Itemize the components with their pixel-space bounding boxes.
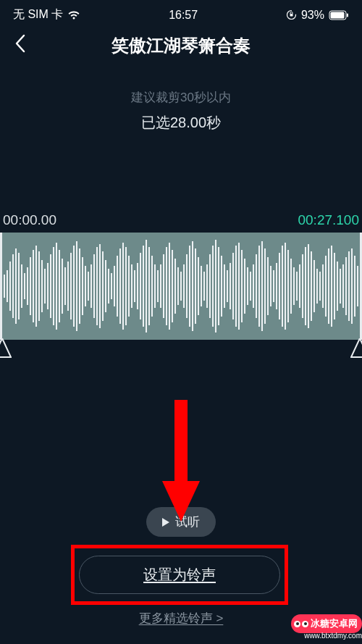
svg-rect-76 xyxy=(209,254,211,318)
set-ringtone-button[interactable]: 设置为铃声 xyxy=(79,556,280,594)
svg-rect-37 xyxy=(96,247,98,325)
svg-rect-3 xyxy=(330,12,344,18)
svg-rect-6 xyxy=(7,270,8,302)
svg-rect-22 xyxy=(53,247,54,325)
svg-rect-105 xyxy=(293,267,295,305)
back-button[interactable] xyxy=(14,34,26,58)
svg-rect-31 xyxy=(79,248,80,324)
svg-rect-118 xyxy=(331,246,332,327)
svg-rect-47 xyxy=(125,247,127,325)
duration-info: 建议裁剪30秒以内 已选28.00秒 xyxy=(0,89,362,133)
wifi-icon xyxy=(67,10,80,20)
svg-rect-49 xyxy=(131,264,132,308)
svg-rect-70 xyxy=(192,241,193,331)
more-ringtones-link[interactable]: 更多精选铃声 > xyxy=(139,610,224,627)
svg-rect-9 xyxy=(15,248,17,324)
svg-rect-51 xyxy=(137,263,138,309)
svg-rect-96 xyxy=(267,257,269,315)
svg-rect-59 xyxy=(160,264,161,308)
waveform-icon xyxy=(2,233,360,340)
svg-rect-11 xyxy=(21,264,22,308)
svg-rect-78 xyxy=(215,240,216,333)
svg-rect-107 xyxy=(299,264,300,308)
svg-rect-85 xyxy=(235,246,237,327)
svg-rect-56 xyxy=(151,256,153,317)
trim-handle-right[interactable] xyxy=(350,338,362,360)
svg-rect-21 xyxy=(50,254,51,318)
svg-rect-121 xyxy=(340,269,341,304)
svg-rect-123 xyxy=(345,257,347,315)
svg-rect-79 xyxy=(218,247,219,325)
svg-rect-88 xyxy=(244,259,245,314)
waveform-editor: 00:00.00 00:27.100 xyxy=(0,212,362,340)
page-title: 笑傲江湖琴箫合奏 xyxy=(14,34,348,57)
waveform-track[interactable] xyxy=(0,233,362,340)
svg-rect-16 xyxy=(35,246,37,327)
svg-rect-29 xyxy=(73,246,75,327)
svg-rect-48 xyxy=(128,256,130,317)
svg-rect-18 xyxy=(41,260,43,312)
selected-duration: 已选28.00秒 xyxy=(0,113,362,133)
svg-rect-125 xyxy=(351,248,353,324)
svg-rect-26 xyxy=(64,267,66,305)
svg-rect-120 xyxy=(337,262,338,311)
svg-rect-75 xyxy=(206,264,208,308)
svg-rect-28 xyxy=(70,253,72,319)
svg-rect-61 xyxy=(166,247,167,325)
set-ringtone-label: 设置为铃声 xyxy=(143,566,216,582)
svg-rect-113 xyxy=(316,269,318,304)
status-right: 93% xyxy=(286,9,349,22)
svg-rect-24 xyxy=(59,250,60,322)
svg-rect-108 xyxy=(302,254,303,318)
trim-handle-left[interactable] xyxy=(0,338,12,360)
svg-rect-10 xyxy=(18,253,20,319)
svg-rect-36 xyxy=(93,254,95,318)
time-labels: 00:00.00 00:27.100 xyxy=(0,212,362,228)
svg-rect-81 xyxy=(224,264,225,308)
svg-rect-63 xyxy=(172,250,173,322)
svg-rect-50 xyxy=(134,270,135,302)
svg-rect-122 xyxy=(342,264,344,308)
svg-rect-62 xyxy=(169,243,170,330)
svg-rect-115 xyxy=(322,264,324,308)
svg-rect-8 xyxy=(12,254,14,318)
svg-rect-35 xyxy=(90,264,92,308)
svg-rect-95 xyxy=(264,248,266,324)
svg-rect-23 xyxy=(56,243,57,330)
svg-rect-111 xyxy=(311,251,312,321)
svg-rect-128 xyxy=(174,400,188,485)
status-bar: 无 SIM 卡 16:57 93% xyxy=(0,0,362,27)
svg-rect-126 xyxy=(354,256,355,317)
svg-rect-97 xyxy=(270,266,272,306)
svg-rect-33 xyxy=(85,266,86,306)
svg-rect-13 xyxy=(27,267,28,305)
svg-rect-86 xyxy=(238,243,240,330)
svg-rect-14 xyxy=(30,257,31,315)
svg-rect-106 xyxy=(296,272,298,301)
svg-rect-58 xyxy=(157,270,159,302)
svg-rect-77 xyxy=(212,246,214,327)
svg-rect-5 xyxy=(4,275,5,298)
svg-rect-69 xyxy=(189,246,190,327)
svg-rect-54 xyxy=(146,240,147,333)
header: 笑傲江湖琴箫合奏 xyxy=(0,27,362,69)
svg-rect-73 xyxy=(201,266,202,306)
svg-rect-65 xyxy=(177,267,179,305)
time-start: 00:00.00 xyxy=(3,212,56,228)
svg-rect-7 xyxy=(9,262,11,311)
svg-rect-27 xyxy=(67,262,69,311)
more-ringtones-label: 更多精选铃声 > xyxy=(139,611,224,625)
svg-rect-66 xyxy=(180,272,182,301)
svg-rect-91 xyxy=(253,264,254,308)
svg-rect-1 xyxy=(290,14,292,17)
svg-rect-46 xyxy=(122,243,124,330)
watermark: 冰糖安卓网 www.btxtdmy.com xyxy=(291,614,362,640)
svg-rect-102 xyxy=(285,243,286,330)
svg-rect-82 xyxy=(227,270,228,302)
trim-hint: 建议裁剪30秒以内 xyxy=(0,89,362,106)
svg-rect-19 xyxy=(44,269,46,304)
svg-rect-114 xyxy=(319,272,321,301)
svg-rect-52 xyxy=(140,253,141,319)
watermark-logo-icon: 冰糖安卓网 xyxy=(291,614,362,633)
svg-rect-4 xyxy=(347,13,348,17)
